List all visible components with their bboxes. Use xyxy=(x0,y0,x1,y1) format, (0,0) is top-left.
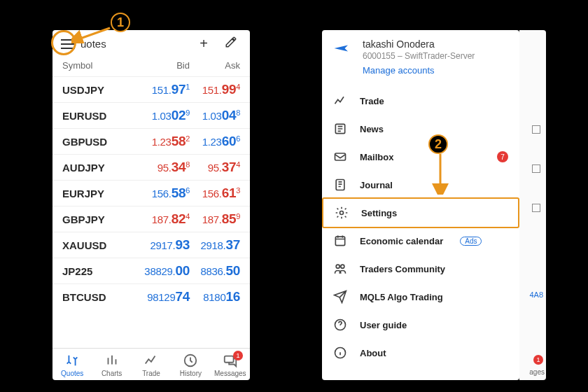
journal-icon xyxy=(333,178,347,192)
quote-row[interactable]: EURJPY156.586156.613 xyxy=(52,180,250,206)
menu-economic[interactable]: Economic calendar Ads xyxy=(322,227,519,255)
manage-accounts-link[interactable]: Manage accounts xyxy=(363,65,508,76)
tab-label: Messages xyxy=(214,370,246,377)
symbol: XAUUSD xyxy=(62,239,139,251)
svg-point-8 xyxy=(341,265,344,268)
quote-row[interactable]: BTCUSD9812974818016 xyxy=(52,284,250,309)
tab-trade[interactable]: Trade xyxy=(132,353,171,377)
quote-row[interactable]: AUDJPY95.34895.374 xyxy=(52,154,250,180)
tab-label: Quotes xyxy=(61,370,83,377)
menu-journal[interactable]: Journal xyxy=(322,171,519,199)
menu-label: MQL5 Algo Trading xyxy=(360,292,443,302)
ask-price: 1.03048 xyxy=(190,108,240,123)
menu-label: About xyxy=(360,348,386,358)
quote-row[interactable]: EURUSD1.030291.03048 xyxy=(52,102,250,128)
hamburger-icon[interactable] xyxy=(61,37,75,51)
quote-row[interactable]: XAUUSD2917.932918.37 xyxy=(52,232,250,258)
menu-guide[interactable]: User guide xyxy=(322,311,519,339)
svg-rect-3 xyxy=(335,153,346,160)
profile-sub: 6000155 – SwiftTrader-Server xyxy=(363,51,508,61)
menu-about[interactable]: About xyxy=(322,339,519,367)
tab-bar: Quotes Charts Trade History 1 Messages xyxy=(52,348,250,380)
menu-label: Traders Community xyxy=(360,264,445,274)
bid-price: 151.971 xyxy=(139,82,190,97)
symbol: EURUSD xyxy=(62,110,139,122)
quote-row[interactable]: JP22538829.008836.50 xyxy=(52,258,250,284)
menu-community[interactable]: Traders Community xyxy=(322,255,519,283)
screen-title: uotes xyxy=(80,38,187,50)
bid-price: 95.348 xyxy=(139,160,190,175)
symbol: AUDJPY xyxy=(62,162,139,174)
profile-section: takashi Onodera 6000155 – SwiftTrader-Se… xyxy=(322,30,519,81)
checkbox-peek xyxy=(532,164,540,173)
menu-label: Mailbox xyxy=(360,152,393,162)
peek-code: 4A8 xyxy=(529,290,543,299)
svg-point-7 xyxy=(336,265,340,268)
symbol: USDJPY xyxy=(62,84,139,96)
menu-settings[interactable]: Settings xyxy=(322,197,519,228)
header: uotes + xyxy=(52,30,250,57)
menu-algo[interactable]: MQL5 Algo Trading xyxy=(322,283,519,311)
ask-price: 156.613 xyxy=(190,186,240,201)
app-logo-icon xyxy=(333,41,354,55)
bid-price: 2917.93 xyxy=(139,237,190,253)
checkbox-peek xyxy=(532,204,540,212)
bid-price: 187.824 xyxy=(139,211,190,227)
ask-price: 95.374 xyxy=(190,160,240,175)
ask-price: 2918.37 xyxy=(190,237,240,253)
symbol: BTCUSD xyxy=(62,291,139,303)
news-icon xyxy=(333,122,347,136)
svg-rect-6 xyxy=(335,237,344,246)
quote-rows: USDJPY151.971151.994EURUSD1.030291.03048… xyxy=(52,76,250,348)
menu-label: Settings xyxy=(361,208,397,218)
quote-row[interactable]: USDJPY151.971151.994 xyxy=(52,76,250,102)
annotation-number-1: 1 xyxy=(111,13,130,32)
symbol: GBPJPY xyxy=(62,214,139,225)
ask-price: 1.23606 xyxy=(190,134,240,149)
menu-news[interactable]: News xyxy=(322,115,519,143)
edit-icon[interactable] xyxy=(220,36,241,52)
community-icon xyxy=(333,262,347,276)
gear-icon xyxy=(335,206,349,220)
peek-tab-label: ages xyxy=(529,368,545,376)
bid-price: 1.03029 xyxy=(139,108,190,123)
help-icon xyxy=(333,318,347,332)
menu-label: Economic calendar xyxy=(360,236,443,246)
col-bid: Bid xyxy=(139,60,190,71)
menu-label: Trade xyxy=(360,96,384,106)
tab-messages[interactable]: 1 Messages xyxy=(211,353,250,377)
column-headers: Symbol Bid Ask xyxy=(52,57,250,76)
quotes-screen: uotes + Symbol Bid Ask USDJPY151.971151.… xyxy=(52,30,250,380)
mailbox-badge: 7 xyxy=(497,151,508,162)
drawer-screen: takashi Onodera 6000155 – SwiftTrader-Se… xyxy=(322,30,519,380)
bid-price: 38829.00 xyxy=(139,263,190,279)
ask-price: 818016 xyxy=(190,289,240,304)
col-symbol: Symbol xyxy=(62,60,139,71)
ask-price: 187.859 xyxy=(190,211,240,227)
menu-label: Journal xyxy=(360,180,393,190)
tab-label: Trade xyxy=(142,370,160,377)
symbol: GBPUSD xyxy=(62,136,139,148)
checkbox-peek xyxy=(532,125,540,134)
tab-quotes[interactable]: Quotes xyxy=(52,353,92,377)
tab-charts[interactable]: Charts xyxy=(92,353,131,377)
ask-price: 8836.50 xyxy=(190,263,240,279)
bid-price: 9812974 xyxy=(139,289,190,304)
mailbox-icon xyxy=(333,150,347,164)
peek-badge: 1 xyxy=(533,355,543,365)
profile-name: takashi Onodera xyxy=(363,38,508,50)
quote-row[interactable]: GBPJPY187.824187.859 xyxy=(52,206,250,232)
tab-label: History xyxy=(180,370,202,377)
trade-icon xyxy=(333,94,347,108)
menu-trade[interactable]: Trade xyxy=(322,87,519,115)
info-icon xyxy=(333,346,347,360)
menu-label: News xyxy=(360,124,384,134)
bid-price: 156.586 xyxy=(139,186,190,201)
tab-history[interactable]: History xyxy=(171,353,210,377)
menu-mailbox[interactable]: Mailbox 7 xyxy=(322,143,519,171)
bid-price: 1.23582 xyxy=(139,134,190,149)
add-icon[interactable]: + xyxy=(195,36,212,52)
send-icon xyxy=(333,290,347,304)
quote-row[interactable]: GBPUSD1.235821.23606 xyxy=(52,128,250,154)
col-ask: Ask xyxy=(190,60,240,71)
